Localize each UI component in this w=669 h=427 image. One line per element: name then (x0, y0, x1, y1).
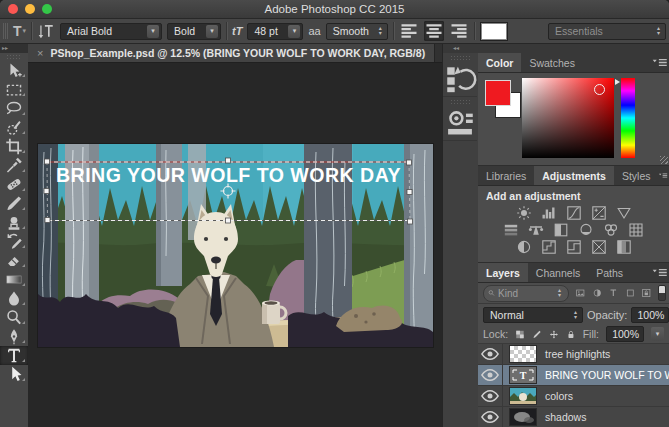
anti-alias-select[interactable]: Smooth ▴▾ (326, 23, 388, 40)
vibrance-icon[interactable] (616, 205, 632, 221)
crop-tool[interactable] (0, 137, 28, 156)
filter-toggle-switch[interactable] (658, 285, 666, 301)
filter-shape-layers-icon[interactable] (625, 286, 636, 300)
lock-all-icon[interactable] (566, 328, 576, 341)
invert-icon[interactable] (516, 239, 532, 255)
foreground-color-swatch[interactable] (485, 80, 511, 106)
selective-color-icon[interactable] (616, 239, 632, 255)
curves-icon[interactable] (566, 205, 582, 221)
filter-type-layers-icon[interactable] (608, 286, 619, 300)
options-grip[interactable] (3, 23, 8, 39)
layer-row-shadows[interactable]: shadows (478, 407, 669, 427)
marquee-tool[interactable] (0, 80, 28, 99)
hue-slider[interactable] (621, 78, 635, 158)
filter-adjustment-layers-icon[interactable] (592, 286, 603, 300)
posterize-icon[interactable] (541, 239, 557, 255)
lock-paint-icon[interactable] (532, 328, 542, 341)
opacity-field[interactable]: 100% (631, 307, 669, 323)
brush-tool[interactable] (0, 194, 28, 213)
tab-layers[interactable]: Layers (478, 263, 528, 282)
eraser-tool[interactable] (0, 251, 28, 270)
threshold-icon[interactable] (566, 239, 582, 255)
font-family-select[interactable]: Arial Bold ▾ (60, 23, 162, 40)
saturation-picker[interactable] (522, 78, 614, 158)
brightness-contrast-icon[interactable] (516, 205, 532, 221)
layer-thumbnail[interactable]: T (510, 367, 536, 383)
layer-thumbnail[interactable] (510, 388, 536, 404)
layer-row-tree-highlights[interactable]: tree highlights (478, 344, 669, 365)
visibility-eye-icon[interactable] (478, 407, 503, 427)
channel-mixer-icon[interactable] (603, 222, 619, 238)
tools-grip[interactable] (6, 54, 22, 60)
tools-collapse-button[interactable]: ▸▸ (0, 44, 28, 53)
close-window-button[interactable] (8, 4, 18, 14)
move-tool[interactable] (0, 61, 28, 80)
filter-pixel-layers-icon[interactable] (575, 286, 586, 300)
quick-selection-tool[interactable] (0, 118, 28, 137)
path-selection-tool[interactable] (0, 365, 28, 384)
lock-position-icon[interactable] (549, 328, 559, 341)
properties-panel-icon[interactable] (443, 106, 477, 141)
color-lookup-icon[interactable] (628, 222, 644, 238)
color-balance-icon[interactable] (528, 222, 544, 238)
headline-text[interactable]: BRING YOUR WOLF TO WORK DAY (56, 163, 401, 186)
panel-menu-icon[interactable] (651, 53, 669, 72)
tab-paths[interactable]: Paths (588, 263, 631, 282)
lasso-tool[interactable] (0, 99, 28, 118)
font-style-select[interactable]: Bold ▾ (167, 23, 221, 40)
exposure-icon[interactable] (591, 205, 607, 221)
history-brush-tool[interactable] (0, 232, 28, 251)
canvas[interactable]: BRING YOUR WOLF TO WORK DAY (38, 144, 433, 347)
visibility-eye-icon[interactable] (478, 344, 503, 364)
tab-libraries[interactable]: Libraries (478, 166, 534, 185)
filter-kind-select[interactable]: Kind ▴▾ (483, 285, 569, 302)
clone-stamp-tool[interactable] (0, 213, 28, 232)
dodge-tool[interactable] (0, 308, 28, 327)
type-tool[interactable] (0, 346, 28, 365)
align-center-button[interactable] (424, 21, 444, 41)
lock-transparency-icon[interactable] (515, 328, 525, 341)
hue-saturation-icon[interactable] (503, 222, 519, 238)
eyedropper-tool[interactable] (0, 156, 28, 175)
color-panel-tabs: Color Swatches (478, 53, 669, 73)
panel-menu-icon[interactable] (658, 166, 669, 185)
align-right-button[interactable] (449, 21, 469, 41)
layer-thumbnail[interactable] (510, 409, 536, 425)
close-tab-icon[interactable]: × (37, 47, 43, 59)
photo-filter-icon[interactable] (578, 222, 594, 238)
filter-smart-objects-icon[interactable] (641, 286, 652, 300)
gradient-map-icon[interactable] (591, 239, 607, 255)
pen-tool[interactable] (0, 327, 28, 346)
blur-tool[interactable] (0, 289, 28, 308)
blend-mode-select[interactable]: Normal ▴▾ (483, 307, 583, 323)
layer-row-headline-text[interactable]: T BRING YOUR WOLF TO W... (478, 365, 669, 386)
black-white-icon[interactable] (553, 222, 569, 238)
fill-field[interactable]: 100% (606, 326, 644, 342)
visibility-eye-icon[interactable] (478, 365, 503, 385)
zoom-window-button[interactable] (42, 4, 52, 14)
minimize-window-button[interactable] (25, 4, 35, 14)
tab-adjustments[interactable]: Adjustments (534, 166, 614, 185)
panel-menu-icon[interactable] (651, 263, 669, 282)
fill-dropdown-button[interactable]: ▾ (651, 327, 664, 341)
tab-channels[interactable]: Channels (528, 263, 588, 282)
gradient-tool[interactable] (0, 270, 28, 289)
history-panel-icon[interactable] (443, 62, 477, 97)
tab-swatches[interactable]: Swatches (521, 53, 583, 72)
text-orientation-icon[interactable] (37, 22, 55, 40)
tab-styles[interactable]: Styles (614, 166, 659, 185)
color-picker-ring[interactable] (594, 84, 605, 95)
align-left-button[interactable] (399, 21, 419, 41)
layer-thumbnail[interactable] (510, 346, 536, 362)
levels-icon[interactable] (541, 205, 557, 221)
workspace-select[interactable]: Essentials ▴▾ (548, 23, 666, 40)
font-size-select[interactable]: 48 pt ▾ (247, 23, 303, 40)
text-color-swatch[interactable] (480, 22, 508, 41)
type-tool-preset[interactable]: T ▾ (13, 23, 26, 39)
tab-color[interactable]: Color (478, 53, 521, 72)
visibility-eye-icon[interactable] (478, 386, 503, 406)
document-tab[interactable]: × PShop_Example.psd @ 12.5% (BRING YOUR … (28, 44, 435, 62)
layer-row-colors[interactable]: colors (478, 386, 669, 407)
panel-resize-grip[interactable] (660, 156, 668, 164)
healing-brush-tool[interactable] (0, 175, 28, 194)
